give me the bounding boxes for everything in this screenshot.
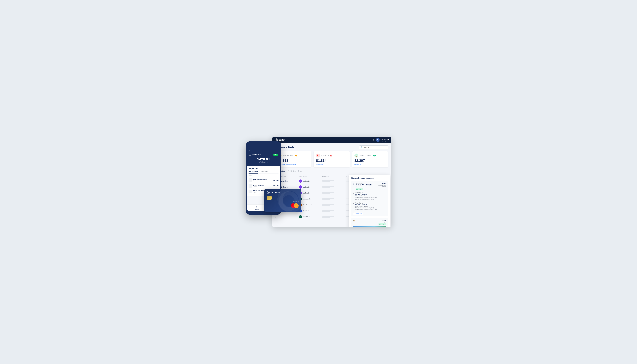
phone-balance: $420.64 AVAILABLE	[249, 156, 278, 164]
search-input[interactable]	[364, 146, 387, 148]
phone-nav-expenses-label: Expenses	[254, 209, 259, 210]
expense-bars	[322, 198, 346, 200]
main-content: Expense Hub 🔍 ⏰ UNSUBMITTED 5 $2,358 Sen…	[272, 143, 391, 227]
summary-link[interactable]: Send reminders to the team	[278, 164, 309, 165]
card-pattern2	[279, 191, 299, 211]
user-info: Jim James Sepezzi, Inc.	[381, 138, 389, 142]
tab-for-review[interactable]: For Review	[288, 170, 296, 173]
nav-logo-text: center	[279, 139, 284, 141]
change-flight-button[interactable]: Change flight	[353, 212, 363, 215]
summary-card: 📋 AUDIT CLEARED 30 $2,297 Review all	[352, 152, 388, 168]
user-avatar: JJ	[376, 138, 380, 142]
flight-leg-2-date: Friday, Feb 12	[355, 202, 378, 204]
summary-amount: $2,358	[278, 158, 309, 163]
phone-tab-unsubmitted[interactable]: Unsubmitted	[248, 170, 258, 174]
phone-expense-item: DOLLAR CAR RENTAL Today $173.36	[248, 177, 278, 183]
phone-card-header: CenterCard Active	[249, 154, 278, 156]
hotel-image	[353, 226, 386, 227]
hotel-price-badge: $119 Per night IN POLICY	[379, 219, 386, 225]
employee-name: Liz Jurado	[303, 180, 310, 182]
phone-balance-amount: $420.64	[249, 157, 278, 161]
flight-leg-1-time: 8:00 AM - 4:23 PM	[355, 194, 378, 195]
hotel-header: 🏨 $119 Per night IN POLICY	[353, 219, 386, 225]
transaction-cell	[275, 216, 299, 218]
user-company: Sepezzi, Inc.	[381, 140, 389, 142]
employee-avatar: LJ	[299, 180, 302, 183]
employee-cell: PS Patti Smith	[299, 209, 323, 212]
expense-bar-2	[322, 181, 330, 182]
employee-cell: LJ Liz Jurado	[299, 180, 323, 183]
expense-amount: $119.00	[273, 185, 278, 187]
summary-badge: 30	[373, 154, 376, 156]
expense-name: DOLLAR CAR RENTAL	[253, 179, 268, 180]
expense-icon	[248, 184, 252, 188]
flight-price-amount: $287	[374, 182, 386, 185]
flight-price-sub: Roundtrip per traveler	[374, 185, 386, 187]
expense-bar-2	[322, 217, 330, 218]
user-name: Jim James	[381, 138, 389, 140]
employee-avatar: LJ	[299, 186, 302, 188]
flight-leg-1: ✈ Thursday, Feb 4 8:00 AM - 4:23 PM Delt…	[353, 191, 386, 201]
expense-name: HYATT REGENCY	[253, 184, 264, 186]
expense-icon	[248, 190, 252, 194]
flight-header: ✈ Feb 4 - Feb 12 Seattle, WA - Orlando, …	[353, 182, 386, 190]
summary-link[interactable]: Review all	[355, 164, 386, 165]
employee-name: Liz Jurado	[303, 186, 310, 188]
employee-name: Liz Jurado	[303, 192, 310, 194]
phone-top-bar: ≡ CenterCard Active $420.64 AVAILABLE	[247, 148, 280, 166]
mail-icon[interactable]: ✉	[373, 139, 374, 141]
hotel-price-sub: Per night	[379, 221, 386, 223]
hotel-price: $119	[379, 219, 386, 221]
flight-icon: ✈	[353, 183, 355, 185]
nav-user[interactable]: JJ Jim James Sepezzi, Inc.	[376, 138, 389, 142]
employee-cell: LJ Liz Jurado	[299, 192, 323, 194]
employee-cell: TB Tom Bothwell	[299, 203, 323, 206]
expense-bar-2	[322, 205, 330, 206]
employee-name: Patti Smith	[303, 210, 310, 212]
flight-route-info: Feb 4 - Feb 12 Seattle, WA - Orlando, FL…	[356, 182, 373, 190]
review-panel: Review booking summary ✈ Feb 4 - Feb 12 …	[349, 174, 390, 227]
summary-amount: $2,297	[355, 158, 386, 163]
expense-bar-2	[322, 187, 330, 188]
phone-expense-left: DELTA AIRLINES Today	[248, 190, 264, 194]
expenses-nav-icon: ☰	[256, 206, 257, 208]
hamburger-icon[interactable]: ≡	[249, 150, 278, 152]
expense-bar-1	[322, 204, 334, 205]
employee-name: Tom Bothwell	[303, 204, 311, 206]
tab-done[interactable]: Done	[298, 170, 302, 173]
summary-link[interactable]: Review all	[316, 164, 347, 165]
expense-bar-2	[322, 199, 330, 200]
flight-section: ✈ Feb 4 - Feb 12 Seattle, WA - Orlando, …	[351, 181, 388, 216]
phone-notch	[257, 144, 269, 146]
expense-bars	[322, 192, 346, 194]
card-logo-icon	[267, 191, 270, 194]
expense-bar-1	[322, 192, 334, 193]
summary-label: FLAGGED	[321, 155, 329, 156]
flight-leg-1-info: Thursday, Feb 4 8:00 AM - 4:23 PM Delta …	[355, 192, 378, 200]
expense-amount: $173.36	[273, 179, 278, 181]
phone-expense-item: HYATT REGENCY Today $119.00	[248, 183, 278, 189]
search-box[interactable]: 🔍	[359, 146, 388, 149]
flight-dates: Feb 4 - Feb 12	[356, 182, 373, 184]
expense-date: Today	[253, 192, 264, 193]
flight-leg-2-details: Delta • 5h 23m • NonstopOrlando Internat…	[355, 206, 378, 210]
flight-leg-1-date: Thursday, Feb 4	[355, 192, 378, 194]
phone-card-logo: CenterCard	[249, 154, 261, 156]
summary-cards: ⏰ UNSUBMITTED 5 $2,358 Send reminders to…	[275, 152, 388, 168]
phone-expenses-title: Expenses	[248, 167, 278, 170]
phone-balance-label: AVAILABLE	[249, 161, 278, 163]
flight-leg-2-time: 8:00 AM - 4:23 PM	[355, 204, 378, 206]
phone-tab-submitted[interactable]: Submitted	[260, 170, 267, 174]
expense-bar-1	[322, 180, 334, 181]
expense-date: Today	[253, 180, 268, 182]
phone-nav-expenses[interactable]: ☰ Expenses	[254, 206, 259, 210]
phone-date-label: Today	[248, 175, 278, 176]
centercard-icon	[249, 154, 251, 156]
nav-right: ✉ JJ Jim James Sepezzi, Inc.	[373, 138, 389, 142]
expense-bar-2	[322, 211, 330, 212]
row-checkbox[interactable]	[275, 216, 277, 218]
phone-expense-left: DOLLAR CAR RENTAL Today	[248, 178, 268, 182]
flight-price: $287 Roundtrip per traveler	[374, 182, 386, 187]
summary-card-header: 🚩 FLAGGED 27	[316, 154, 347, 158]
expense-bar-1	[322, 186, 334, 187]
